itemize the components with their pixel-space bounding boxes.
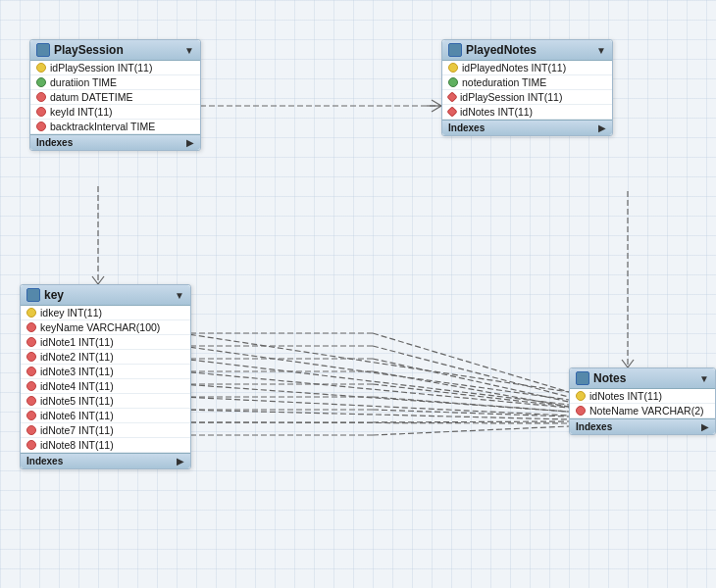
- svg-line-35: [373, 333, 569, 392]
- playednotes-header[interactable]: PlayedNotes ▼: [442, 40, 612, 61]
- field-label: idNote5 INT(11): [40, 395, 114, 407]
- field-type-icon: [26, 322, 36, 332]
- pk-icon: [576, 391, 586, 401]
- field-type-icon: [26, 440, 36, 450]
- field-type-icon: [36, 77, 46, 87]
- table-row: idNote7 INT(11): [21, 423, 190, 438]
- playsession-title: PlaySession: [54, 43, 180, 57]
- field-type-icon: [448, 77, 458, 87]
- field-type-icon: [36, 122, 46, 131]
- table-row: idNote4 INT(11): [21, 379, 190, 394]
- table-row: idPlayedNotes INT(11): [442, 61, 612, 75]
- svg-line-20: [181, 384, 569, 412]
- pk-icon: [448, 63, 458, 73]
- indexes-arrow: ▶: [186, 137, 194, 148]
- key-header[interactable]: key ▼: [21, 285, 190, 306]
- field-label: noteduration TIME: [462, 76, 546, 88]
- field-type-icon: [26, 337, 36, 347]
- svg-line-5: [92, 276, 98, 284]
- field-label: datum DATETIME: [50, 91, 132, 103]
- notes-header[interactable]: Notes ▼: [570, 368, 715, 389]
- svg-line-43: [373, 426, 569, 435]
- pk-icon: [36, 63, 46, 73]
- indexes-arrow: ▶: [598, 122, 606, 133]
- notes-table: Notes ▼ idNotes INT(11) NoteName VARCHAR…: [569, 368, 716, 435]
- svg-line-36: [373, 346, 569, 397]
- field-label: idNote6 INT(11): [40, 410, 114, 421]
- indexes-label: Indexes: [448, 122, 485, 133]
- field-label: keyId INT(11): [50, 106, 113, 118]
- svg-line-42: [373, 421, 569, 422]
- table-row: idPlaySession INT(11): [442, 90, 612, 105]
- key-indexes[interactable]: Indexes ▶: [21, 453, 190, 468]
- indexes-label: Indexes: [576, 421, 612, 432]
- field-type-icon: [36, 107, 46, 117]
- playednotes-table-icon: [448, 43, 462, 57]
- table-row: backtrackInterval TIME: [30, 120, 200, 134]
- field-type-icon: [36, 92, 46, 102]
- field-label: keyName VARCHAR(100): [40, 321, 160, 333]
- indexes-arrow: ▶: [701, 421, 709, 432]
- notes-table-icon: [576, 371, 589, 385]
- playednotes-title: PlayedNotes: [466, 43, 592, 57]
- table-row: datum DATETIME: [30, 90, 200, 105]
- field-label: NoteName VARCHAR(2): [589, 405, 704, 416]
- field-label: idPlaySession INT(11): [460, 91, 562, 103]
- field-type-icon: [26, 381, 36, 391]
- fk-icon: [446, 91, 457, 102]
- table-row: NoteName VARCHAR(2): [570, 404, 715, 418]
- svg-line-23: [181, 422, 569, 423]
- svg-line-40: [373, 397, 569, 412]
- svg-line-39: [373, 384, 569, 407]
- playsession-table-icon: [36, 43, 50, 57]
- indexes-label: Indexes: [36, 137, 73, 148]
- field-label: idNote1 INT(11): [40, 336, 114, 348]
- pk-icon: [26, 308, 36, 318]
- svg-line-2: [432, 106, 441, 112]
- table-row: keyId INT(11): [30, 105, 200, 120]
- notes-arrow: ▼: [699, 373, 709, 384]
- playsession-table: PlaySession ▼ idPlaySession INT(11) dura…: [29, 39, 201, 151]
- table-row: idPlaySession INT(11): [30, 61, 200, 75]
- field-label: idPlaySession INT(11): [50, 62, 152, 74]
- field-type-icon: [26, 396, 36, 406]
- table-row: keyName VARCHAR(100): [21, 320, 190, 335]
- field-label: idNotes INT(11): [589, 390, 662, 402]
- svg-line-1: [432, 100, 441, 106]
- table-row: idNote1 INT(11): [21, 335, 190, 350]
- notes-indexes[interactable]: Indexes ▶: [570, 418, 715, 434]
- field-label: idNote2 INT(11): [40, 351, 114, 363]
- table-row: idNotes INT(11): [442, 105, 612, 120]
- field-type-icon: [26, 411, 36, 420]
- playsession-header[interactable]: PlaySession ▼: [30, 40, 200, 61]
- table-row: idNote5 INT(11): [21, 394, 190, 409]
- table-row: idNotes INT(11): [570, 389, 715, 404]
- svg-line-6: [98, 276, 104, 284]
- field-label: idkey INT(11): [40, 307, 102, 318]
- svg-line-38: [373, 371, 569, 407]
- svg-line-19: [181, 371, 569, 408]
- table-row: noteduration TIME: [442, 75, 612, 90]
- playednotes-indexes[interactable]: Indexes ▶: [442, 120, 612, 135]
- field-label: idNote7 INT(11): [40, 424, 114, 436]
- svg-line-22: [181, 410, 569, 419]
- field-label: idNote8 INT(11): [40, 439, 114, 451]
- playsession-arrow: ▼: [184, 45, 194, 56]
- table-row: duratiion TIME: [30, 75, 200, 90]
- field-label: idNote3 INT(11): [40, 366, 114, 377]
- table-row: idkey INT(11): [21, 306, 190, 320]
- playsession-indexes[interactable]: Indexes ▶: [30, 134, 200, 150]
- table-row: idNote2 INT(11): [21, 350, 190, 365]
- svg-line-10: [181, 333, 569, 392]
- svg-line-8: [622, 360, 628, 368]
- indexes-label: Indexes: [26, 456, 63, 466]
- field-label: backtrackInterval TIME: [50, 121, 155, 132]
- table-row: idNote3 INT(11): [21, 365, 190, 379]
- field-label: idPlayedNotes INT(11): [462, 62, 566, 74]
- svg-line-14: [181, 346, 569, 400]
- key-arrow: ▼: [175, 290, 184, 301]
- indexes-arrow: ▶: [177, 456, 184, 466]
- key-table: key ▼ idkey INT(11) keyName VARCHAR(100)…: [20, 284, 191, 469]
- table-row: idNote8 INT(11): [21, 438, 190, 453]
- playednotes-arrow: ▼: [596, 45, 606, 56]
